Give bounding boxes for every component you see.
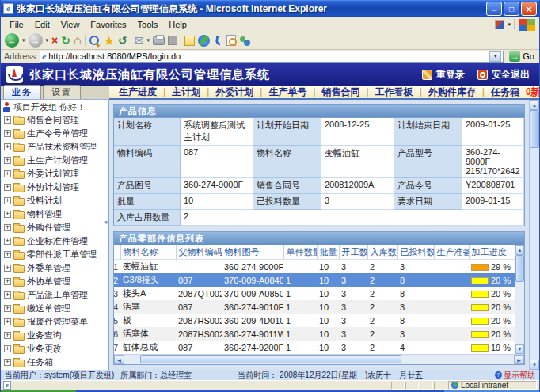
- sidebar-item-7[interactable]: 投料计划: [1, 194, 108, 207]
- back-icon[interactable]: [5, 33, 19, 48]
- sidebar-item-16[interactable]: 报废件管理菜单: [1, 315, 108, 329]
- parts-row-7[interactable]: 7缸体总成087360-274-9200F11032419 %: [114, 341, 515, 354]
- scrollbar-thumb[interactable]: [140, 355, 401, 363]
- nav-item-5[interactable]: 销售合同: [322, 86, 360, 99]
- expand-plus-icon[interactable]: [4, 359, 11, 366]
- adobe-dropdown-icon[interactable]: [508, 21, 511, 28]
- title-bar[interactable]: 张家口长城液压油缸有限公司管理信息系统 - Microsoft Internet…: [1, 0, 539, 17]
- curved-arrow-icon[interactable]: [213, 36, 223, 46]
- menu-item-favorites[interactable]: Favorites: [85, 19, 131, 30]
- cell[interactable]: [434, 300, 469, 314]
- cell[interactable]: 3: [397, 300, 434, 314]
- cell[interactable]: 4: [397, 341, 434, 354]
- cell[interactable]: 3: [339, 273, 367, 287]
- favorites-icon[interactable]: [104, 33, 115, 48]
- sidebar-item-2[interactable]: 生产令号单管理: [1, 127, 108, 140]
- cell[interactable]: [176, 260, 222, 274]
- parts-row-3[interactable]: 3接头A2087QT002370-009-A085011032820 %: [114, 287, 515, 300]
- expand-plus-icon[interactable]: [4, 157, 11, 164]
- cell[interactable]: 360-274-9010F: [222, 300, 283, 314]
- back-dropdown-icon[interactable]: [22, 37, 25, 44]
- cell[interactable]: 8: [397, 287, 434, 300]
- cell[interactable]: 2: [367, 327, 397, 341]
- cell[interactable]: 10: [317, 273, 339, 287]
- cell[interactable]: 2: [367, 260, 397, 274]
- cell[interactable]: 2: [367, 300, 397, 314]
- scrollbar-track[interactable]: [124, 355, 514, 364]
- cell[interactable]: 370-009-A0850: [222, 287, 283, 300]
- cell[interactable]: 3: [397, 327, 434, 341]
- edit-icon[interactable]: [168, 36, 177, 45]
- nav-item-1[interactable]: 生产进度: [119, 86, 157, 99]
- cell[interactable]: 10: [317, 314, 339, 327]
- menu-item-view[interactable]: View: [55, 19, 86, 30]
- sidebar-item-18[interactable]: 业务更改: [1, 342, 108, 356]
- sidebar-item-1[interactable]: 销售合同管理: [1, 113, 108, 127]
- cell[interactable]: 10: [317, 260, 339, 274]
- sidebar-item-15[interactable]: 缴送单管理: [1, 302, 108, 315]
- expand-plus-icon[interactable]: [4, 116, 11, 124]
- cell[interactable]: 1: [283, 341, 317, 354]
- sidebar-item-14[interactable]: 产品派工单管理: [1, 288, 108, 302]
- cell[interactable]: 活塞: [120, 300, 176, 314]
- cell[interactable]: 板: [120, 314, 176, 327]
- nav-item-8[interactable]: 任务箱: [491, 86, 519, 99]
- cell[interactable]: [434, 341, 469, 354]
- cell[interactable]: G3/8接头: [120, 273, 176, 287]
- cell[interactable]: 10: [317, 287, 339, 300]
- scroll-up-icon[interactable]: [515, 245, 524, 255]
- close-button[interactable]: [521, 2, 537, 16]
- sidebar-item-19[interactable]: 任务箱: [1, 356, 108, 369]
- print-icon[interactable]: [153, 36, 165, 45]
- cell[interactable]: 10: [317, 341, 339, 354]
- cell[interactable]: 2: [367, 273, 397, 287]
- cell[interactable]: [434, 287, 469, 300]
- cell[interactable]: 8: [397, 314, 434, 327]
- expand-plus-icon[interactable]: [4, 278, 11, 285]
- scrollbar-thumb[interactable]: [515, 255, 524, 282]
- cell[interactable]: [434, 314, 469, 327]
- parts-row-1[interactable]: 1变幅油缸360-274-9000F1032329 %: [114, 260, 515, 274]
- cell[interactable]: 3: [339, 260, 367, 274]
- cell[interactable]: 活塞体: [120, 327, 176, 341]
- nav-item-2[interactable]: 主计划: [172, 86, 200, 99]
- cell[interactable]: 087: [176, 300, 222, 314]
- address-dropdown-icon[interactable]: [489, 51, 501, 62]
- cell[interactable]: 087: [176, 273, 222, 287]
- notes-icon[interactable]: [184, 36, 195, 46]
- address-input[interactable]: http://localhost:8080/MPS/login.do: [40, 51, 504, 63]
- scroll-down-icon[interactable]: [515, 344, 524, 354]
- cell[interactable]: [434, 260, 469, 274]
- parts-row-2[interactable]: 2G3/8接头087370-009-A084011032820 %: [114, 273, 515, 287]
- expand-plus-icon[interactable]: [4, 251, 11, 258]
- cell[interactable]: 2: [367, 287, 397, 300]
- tab-settings[interactable]: 设置: [43, 85, 81, 99]
- mail-icon[interactable]: [135, 34, 144, 47]
- logout-button[interactable]: 安全退出: [477, 68, 530, 82]
- cell[interactable]: 3: [339, 300, 367, 314]
- expand-plus-icon[interactable]: [4, 197, 11, 204]
- cell[interactable]: 1: [283, 314, 317, 327]
- nav-item-4[interactable]: 生产单号: [268, 86, 306, 99]
- expand-plus-icon[interactable]: [4, 345, 11, 352]
- messenger-icon[interactable]: [239, 36, 251, 46]
- cell[interactable]: 360-274-9200F: [222, 341, 283, 354]
- cell[interactable]: [434, 273, 469, 287]
- mail-dropdown-icon[interactable]: [146, 37, 150, 44]
- content-scrollbar[interactable]: [529, 100, 539, 370]
- nav-item-7[interactable]: 外购件库存: [428, 86, 476, 99]
- expand-plus-icon[interactable]: [4, 184, 11, 191]
- sidebar-item-13[interactable]: 外协单管理: [1, 275, 108, 288]
- search-icon[interactable]: [89, 35, 101, 47]
- cell[interactable]: 3: [397, 260, 434, 274]
- expand-plus-icon[interactable]: [4, 143, 11, 150]
- maximize-button[interactable]: [504, 2, 519, 16]
- cell[interactable]: 360-274-9000F: [222, 260, 283, 274]
- relogin-button[interactable]: 重登录: [422, 68, 465, 82]
- parts-row-5[interactable]: 5板2087HS002360-209-4D01011032820 %: [114, 314, 515, 327]
- sidebar-item-10[interactable]: 企业标准件管理: [1, 234, 108, 248]
- cell[interactable]: 2087QT002: [176, 287, 222, 300]
- cell[interactable]: 1: [283, 300, 317, 314]
- cell[interactable]: 10: [317, 300, 339, 314]
- menu-item-file[interactable]: File: [4, 19, 29, 30]
